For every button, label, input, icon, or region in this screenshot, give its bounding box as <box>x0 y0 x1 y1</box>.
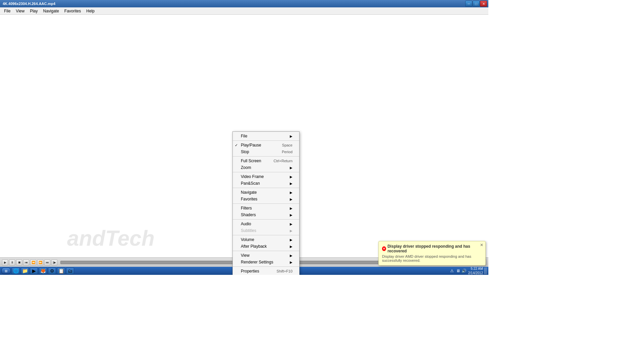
stop-button[interactable]: ⏹ <box>16 259 22 265</box>
window-title: 4K.4096x2304.H.264.AAC.mp4 <box>3 2 55 6</box>
ctx-afterplayback-label: After Playback <box>241 244 267 249</box>
ctx-videoframe-label: Video Frame <box>241 174 264 179</box>
clock[interactable]: 5:22 AM 2/14/2012 <box>468 266 483 275</box>
ctx-zoom-label: Zoom <box>241 165 251 170</box>
watermark-text: andTech <box>67 226 155 251</box>
maximize-button[interactable]: □ <box>473 1 480 7</box>
ctx-videoframe-arrow: ▶ <box>290 175 292 179</box>
forward-button[interactable]: ⏩ <box>37 259 43 265</box>
ctx-sep-8 <box>233 251 299 251</box>
close-button[interactable]: ✕ <box>480 1 487 7</box>
ctx-view-arrow: ▶ <box>290 254 292 257</box>
error-icon: ✕ <box>382 246 386 251</box>
ctx-options[interactable]: Options... O <box>233 275 299 275</box>
ctx-properties[interactable]: Properties Shift+F10 <box>233 268 299 275</box>
ctx-sep-4 <box>233 188 299 188</box>
ctx-filters-arrow: ▶ <box>290 206 292 210</box>
menu-help[interactable]: Help <box>84 8 97 14</box>
main-content-area: andTech File ▶ ✓ Play/Pause Space Stop P… <box>0 15 488 257</box>
ctx-afterplayback[interactable]: After Playback ▶ <box>233 243 299 250</box>
ctx-subtitles-arrow: ▶ <box>290 229 292 233</box>
clock-date: 2/14/2012 <box>468 271 483 275</box>
menu-play[interactable]: Play <box>27 8 40 14</box>
taskbar-app-ie[interactable]: 🌐 <box>12 267 20 274</box>
ctx-audio-label: Audio <box>241 222 251 226</box>
ctx-videoframe[interactable]: Video Frame ▶ <box>233 173 299 180</box>
ctx-file-arrow: ▶ <box>290 134 292 138</box>
system-tray: ⚠ 🖥 🔊 <box>449 268 467 274</box>
notification-close-button[interactable]: ✕ <box>480 243 483 247</box>
notification-title-text: Display driver stopped responding and ha… <box>387 244 477 253</box>
tray-network-icon[interactable]: 🖥 <box>455 268 461 274</box>
next-button[interactable]: ⏭ <box>44 259 50 265</box>
ctx-afterplayback-arrow: ▶ <box>290 245 292 248</box>
pause-button[interactable]: ⏸ <box>9 259 15 265</box>
ctx-zoom-arrow: ▶ <box>290 166 292 170</box>
ctx-subtitles[interactable]: Subtitles ▶ <box>233 227 299 234</box>
ctx-stop[interactable]: Stop Period <box>233 148 299 155</box>
ctx-navigate[interactable]: Navigate ▶ <box>233 189 299 196</box>
ctx-volume-label: Volume <box>241 237 254 242</box>
ctx-view[interactable]: View ▶ <box>233 252 299 259</box>
ctx-filters[interactable]: Filters ▶ <box>233 205 299 212</box>
ctx-navigate-label: Navigate <box>241 190 257 195</box>
ctx-subtitles-label: Subtitles <box>241 228 256 233</box>
clock-time: 5:22 AM <box>471 266 483 271</box>
ctx-panscan-arrow: ▶ <box>290 182 292 185</box>
ctx-shaders[interactable]: Shaders ▶ <box>233 212 299 218</box>
tray-warning-icon[interactable]: ⚠ <box>449 268 455 274</box>
taskbar-app-media[interactable]: ▶ <box>30 267 38 274</box>
ctx-fullscreen-label: Full Screen <box>241 159 261 163</box>
ctx-fullscreen[interactable]: Full Screen Ctrl+Return <box>233 158 299 164</box>
notification-body: Display driver AMD driver stopped respon… <box>382 254 477 262</box>
ctx-panscan-label: Pan&Scan <box>241 181 260 186</box>
start-button[interactable]: ⊞ <box>1 267 11 274</box>
taskbar-app-explorer[interactable]: 📁 <box>21 267 29 274</box>
ctx-renderer-label: Renderer Settings <box>241 260 273 264</box>
play-button[interactable]: ▶ <box>2 259 8 265</box>
ctx-sep-5 <box>233 203 299 204</box>
ctx-sep-1 <box>233 140 299 141</box>
tray-volume-icon[interactable]: 🔊 <box>462 268 467 274</box>
menu-file[interactable]: File <box>1 8 13 14</box>
ctx-playpause-shortcut: Space <box>282 143 292 147</box>
ctx-playpause[interactable]: ✓ Play/Pause Space <box>233 142 299 148</box>
frame-step-button[interactable]: |▶ <box>51 259 57 265</box>
ctx-volume-arrow: ▶ <box>290 238 292 242</box>
ctx-favorites[interactable]: Favorites ▶ <box>233 196 299 202</box>
taskbar-app-folder[interactable]: 🗂 <box>66 267 74 274</box>
show-desktop-button[interactable] <box>484 267 487 274</box>
ctx-stop-shortcut: Period <box>282 150 292 154</box>
menu-view[interactable]: View <box>13 8 27 14</box>
taskbar-app-firefox[interactable]: 🦊 <box>39 267 47 274</box>
ctx-favorites-label: Favorites <box>241 197 257 201</box>
taskbar-app-settings[interactable]: ⚙ <box>48 267 56 274</box>
ctx-zoom[interactable]: Zoom ▶ <box>233 164 299 171</box>
ctx-volume[interactable]: Volume ▶ <box>233 236 299 243</box>
ctx-playpause-label: Play/Pause <box>241 143 261 147</box>
rewind-button[interactable]: ⏪ <box>30 259 36 265</box>
notification-popup: ✕ Display driver stopped responding and … <box>378 241 486 265</box>
ctx-sep-3 <box>233 172 299 172</box>
title-bar: 4K.4096x2304.H.264.AAC.mp4 ─ □ ✕ <box>0 0 488 7</box>
menu-navigate[interactable]: Navigate <box>40 8 61 14</box>
ctx-panscan[interactable]: Pan&Scan ▶ <box>233 180 299 187</box>
ctx-favorites-arrow: ▶ <box>290 197 292 201</box>
ctx-stop-label: Stop <box>241 149 249 154</box>
ctx-fullscreen-shortcut: Ctrl+Return <box>273 159 292 163</box>
prev-button[interactable]: ⏮ <box>23 259 29 265</box>
ctx-sep-7 <box>233 235 299 235</box>
ctx-audio[interactable]: Audio ▶ <box>233 221 299 227</box>
context-menu: File ▶ ✓ Play/Pause Space Stop Period Fu… <box>232 131 300 275</box>
ctx-renderer[interactable]: Renderer Settings ▶ <box>233 259 299 265</box>
minimize-button[interactable]: ─ <box>465 1 472 7</box>
ctx-file[interactable]: File ▶ <box>233 133 299 139</box>
ctx-shaders-arrow: ▶ <box>290 213 292 217</box>
menu-favorites[interactable]: Favorites <box>62 8 84 14</box>
menu-bar: File View Play Navigate Favorites Help <box>0 7 488 15</box>
ctx-properties-shortcut: Shift+F10 <box>277 269 292 273</box>
ctx-audio-arrow: ▶ <box>290 222 292 226</box>
ctx-playpause-check: ✓ <box>235 143 238 147</box>
ctx-sep-2 <box>233 156 299 157</box>
taskbar-app-calendar[interactable]: 📋 <box>57 267 65 274</box>
